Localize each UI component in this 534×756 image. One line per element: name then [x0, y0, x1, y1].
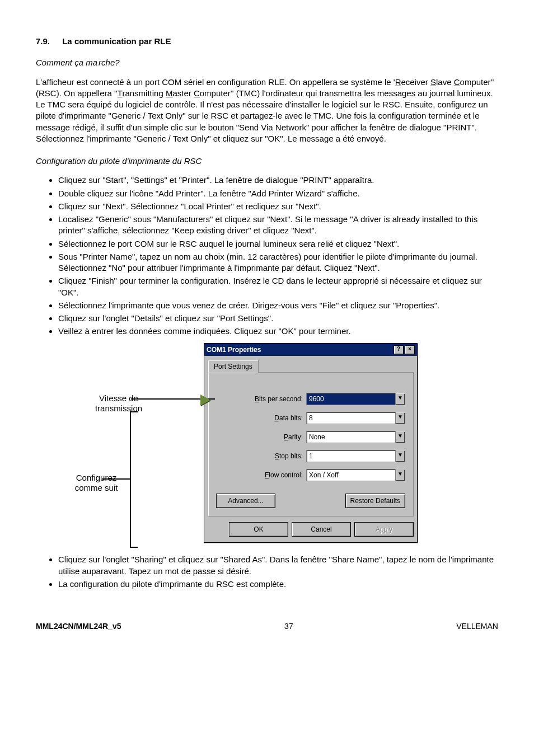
dialog-title: COM1 Properties: [207, 345, 261, 354]
list-item: Cliquez sur "Next". Sélectionnez "Local …: [58, 201, 498, 212]
list-item: Sous "Printer Name", tapez un nom au cho…: [58, 251, 498, 274]
close-button[interactable]: ×: [405, 345, 415, 354]
subheading-1: Comment ça ma rche?: [36, 57, 498, 68]
section-title: La communication par RLE: [62, 36, 171, 46]
callout-config: Configurez comme suit: [36, 444, 204, 465]
figure-area: Vitesse de transmission Configurez comme…: [36, 343, 498, 543]
callout-baud: Vitesse de transmission: [36, 393, 204, 415]
chevron-down-icon[interactable]: ▼: [395, 412, 405, 424]
com1-properties-dialog: COM1 Properties ? × Port Settings Bits p…: [204, 343, 418, 543]
ok-button[interactable]: OK: [229, 522, 288, 537]
arrow-icon: [131, 398, 215, 400]
tab-port-settings[interactable]: Port Settings: [208, 360, 259, 373]
restore-defaults-button[interactable]: Restore Defaults: [345, 494, 405, 508]
combo-flow-control[interactable]: Xon / Xoff ▼: [306, 469, 405, 481]
label-stop-bits: Stop bits:: [275, 452, 303, 461]
tabstrip: Port Settings: [204, 356, 417, 372]
row-parity: Parity: None ▼: [216, 431, 405, 443]
label-parity: Parity:: [284, 433, 303, 442]
apply-button[interactable]: Apply: [354, 522, 414, 537]
label-flow-control: Flow control:: [265, 471, 303, 480]
dialog-titlebar[interactable]: COM1 Properties ? ×: [204, 344, 417, 356]
combo-stop-bits[interactable]: 1 ▼: [306, 450, 405, 462]
list-item: Double cliquez sur l'icône "Add Printer"…: [58, 188, 498, 199]
label-data-bits: Data bits:: [274, 414, 303, 422]
footer-page-number: 37: [284, 621, 293, 632]
intro-paragraph: L'afficheur est connecté à un port COM s…: [36, 77, 498, 145]
instruction-list-1: Cliquez sur "Start", "Settings" et "Prin…: [36, 175, 498, 337]
row-bits-per-second: Bits per second: 9600 ▼: [216, 393, 405, 405]
tab-panel: Bits per second: 9600 ▼ Data bits: 8 ▼ P…: [208, 372, 414, 516]
subheading-2: Configuration du pilote d'imprimante du …: [36, 156, 498, 167]
list-item: Veillez à entrer les données comme indiq…: [58, 326, 498, 337]
chevron-down-icon[interactable]: ▼: [395, 450, 405, 462]
label-bits-per-second: Bits per second:: [255, 395, 303, 403]
footer-brand: VELLEMAN: [456, 621, 498, 632]
help-button[interactable]: ?: [394, 345, 404, 354]
row-data-bits: Data bits: 8 ▼: [216, 412, 405, 424]
list-item: Cliquez "Finish" pour terminer la config…: [58, 275, 498, 298]
list-item: Localisez "Generic" sous "Manufacturers"…: [58, 214, 498, 237]
footer-doc-id: MML24CN/MML24R_v5: [36, 621, 121, 632]
list-item: Sélectionnez le port COM sur le RSC auqu…: [58, 238, 498, 250]
chevron-down-icon[interactable]: ▼: [395, 393, 405, 405]
list-item: La configuration du pilote d'imprimante …: [58, 579, 498, 590]
instruction-list-2: Cliquez sur l'onglet "Sharing" et clique…: [36, 554, 498, 590]
section-number: 7.9.: [36, 36, 50, 47]
advanced-button[interactable]: Advanced...: [216, 494, 275, 508]
list-item: Sélectionnez l'imprimante que vous venez…: [58, 300, 498, 311]
chevron-down-icon[interactable]: ▼: [395, 431, 405, 443]
figure-callouts: Vitesse de transmission Configurez comme…: [36, 343, 204, 465]
list-item: Cliquez sur "Start", "Settings" et "Prin…: [58, 175, 498, 186]
combo-bits-per-second[interactable]: 9600 ▼: [306, 393, 405, 405]
list-item: Cliquez sur l'onglet "Details" et clique…: [58, 313, 498, 324]
section-heading: 7.9. La communication par RLE: [36, 36, 498, 47]
page-footer: MML24CN/MML24R_v5 37 VELLEMAN: [36, 621, 498, 632]
row-stop-bits: Stop bits: 1 ▼: [216, 450, 405, 462]
combo-parity[interactable]: None ▼: [306, 431, 405, 443]
chevron-down-icon[interactable]: ▼: [395, 469, 405, 481]
combo-data-bits[interactable]: 8 ▼: [306, 412, 405, 424]
row-flow-control: Flow control: Xon / Xoff ▼: [216, 469, 405, 481]
list-item: Cliquez sur l'onglet "Sharing" et clique…: [58, 554, 498, 577]
bracket-icon: [130, 411, 138, 548]
cancel-button[interactable]: Cancel: [292, 522, 351, 537]
